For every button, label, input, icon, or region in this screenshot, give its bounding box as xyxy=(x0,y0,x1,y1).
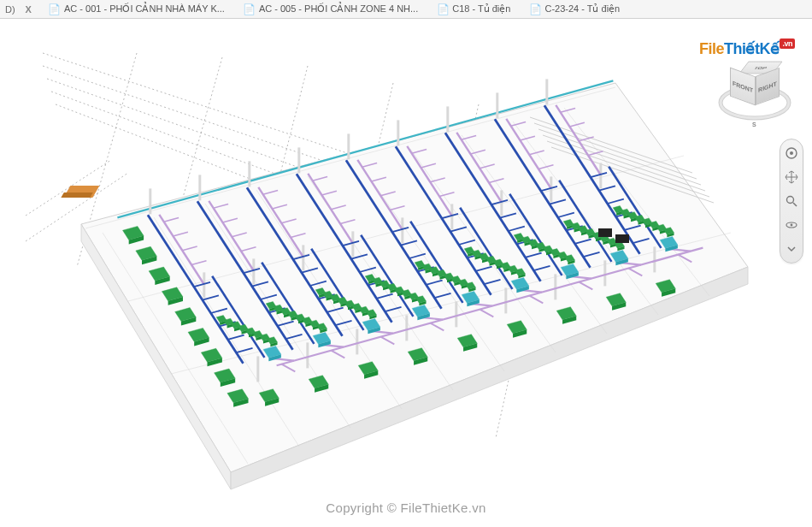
tab-label: AC - 001 - PHỐI CẢNH NHÀ MÁY K... xyxy=(64,3,225,15)
tab-label: C18 - Tủ điện xyxy=(452,3,510,15)
tab-label: AC - 005 - PHỐI CẢNH ZONE 4 NH... xyxy=(259,3,418,15)
tab-ac-005[interactable]: 📄 AC - 005 - PHỐI CẢNH ZONE 4 NH... xyxy=(235,2,427,17)
sheet-icon: 📄 xyxy=(529,3,541,15)
building-slab xyxy=(81,83,748,489)
tab-c23-24[interactable]: 📄 C-23-24 - Tủ điện xyxy=(521,2,628,17)
watermark-copyright: Copyright © FileThietKe.vn xyxy=(326,500,485,515)
tab-close-button[interactable]: X xyxy=(19,4,38,15)
svg-rect-406 xyxy=(598,228,612,237)
sheet-icon: 📄 xyxy=(244,3,256,15)
tab-ac-001[interactable]: 📄 AC - 001 - PHỐI CẢNH NHÀ MÁY K... xyxy=(40,2,233,17)
model-3d-view xyxy=(0,19,812,527)
model-viewport[interactable]: FileThiếtKế.vn TOP FRONT RIGHT S xyxy=(0,19,812,527)
svg-rect-407 xyxy=(615,234,629,243)
tab-c18[interactable]: 📄 C18 - Tủ điện xyxy=(428,2,519,17)
svg-line-12 xyxy=(26,160,111,216)
sheet-icon: 📄 xyxy=(49,3,61,15)
sheet-icon: 📄 xyxy=(437,3,449,15)
tab-prefix: D) xyxy=(3,4,17,15)
svg-rect-43 xyxy=(61,192,92,198)
tab-bar: D) X 📄 AC - 001 - PHỐI CẢNH NHÀ MÁY K...… xyxy=(0,0,812,19)
tab-label: C-23-24 - Tủ điện xyxy=(544,3,620,15)
